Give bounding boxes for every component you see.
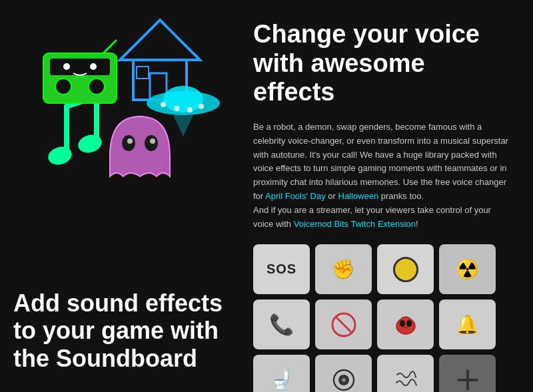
svg-line-11 <box>103 40 117 53</box>
bell-tile[interactable]: 🔔 <box>439 299 496 349</box>
svg-point-8 <box>89 79 105 95</box>
svg-point-20 <box>174 106 179 111</box>
sound-grid: SOS ✊ ☢️ 📞 <box>253 244 513 392</box>
record-tile[interactable] <box>315 355 372 392</box>
twitch-extension-link[interactable]: Voicemod Bits Twitch Extension <box>294 219 416 229</box>
svg-point-21 <box>187 107 193 112</box>
svg-point-3 <box>46 144 74 167</box>
svg-marker-12 <box>120 20 200 60</box>
scribble-tile[interactable] <box>377 355 434 392</box>
sos-tile[interactable]: SOS <box>253 244 310 294</box>
left-panel: Add sound effects to your game with the … <box>0 0 247 392</box>
alien-tile[interactable] <box>377 299 434 349</box>
svg-point-27 <box>150 138 155 144</box>
voice-effects-title: Change your voice with awesome effects <box>253 20 513 107</box>
cancel-tile[interactable] <box>315 299 372 349</box>
illustration <box>0 0 247 200</box>
svg-point-9 <box>63 63 70 70</box>
svg-point-22 <box>199 104 204 109</box>
svg-point-33 <box>406 320 412 327</box>
april-fools-link[interactable]: April Fools' Day <box>265 191 326 201</box>
toilet-tile[interactable]: 🚽 <box>253 355 310 392</box>
svg-point-19 <box>161 102 166 107</box>
svg-point-10 <box>90 63 97 70</box>
halloween-link[interactable]: Halloween <box>338 191 379 201</box>
svg-rect-6 <box>50 59 110 75</box>
svg-rect-15 <box>137 67 149 79</box>
soundboard-title: Add sound effects to your game with the … <box>13 290 227 372</box>
fist-tile[interactable]: ✊ <box>315 244 372 294</box>
soundboard-section: Add sound effects to your game with the … <box>13 290 227 372</box>
svg-point-18 <box>163 86 203 112</box>
yellow-circle-tile[interactable] <box>377 244 434 294</box>
plus-tile[interactable] <box>439 355 496 392</box>
right-panel: Change your voice with awesome effects B… <box>247 0 533 392</box>
svg-line-29 <box>336 317 351 332</box>
svg-marker-23 <box>173 115 193 136</box>
svg-point-7 <box>55 79 71 95</box>
svg-point-4 <box>76 132 104 155</box>
radiation-tile[interactable]: ☢️ <box>439 244 496 294</box>
svg-point-26 <box>127 138 133 144</box>
voice-description: Be a robot, a demon, swap genders, becom… <box>253 120 513 231</box>
svg-point-32 <box>400 320 405 327</box>
svg-point-36 <box>342 378 346 382</box>
svg-marker-16 <box>120 20 200 60</box>
phone-tile[interactable]: 📞 <box>253 299 310 349</box>
